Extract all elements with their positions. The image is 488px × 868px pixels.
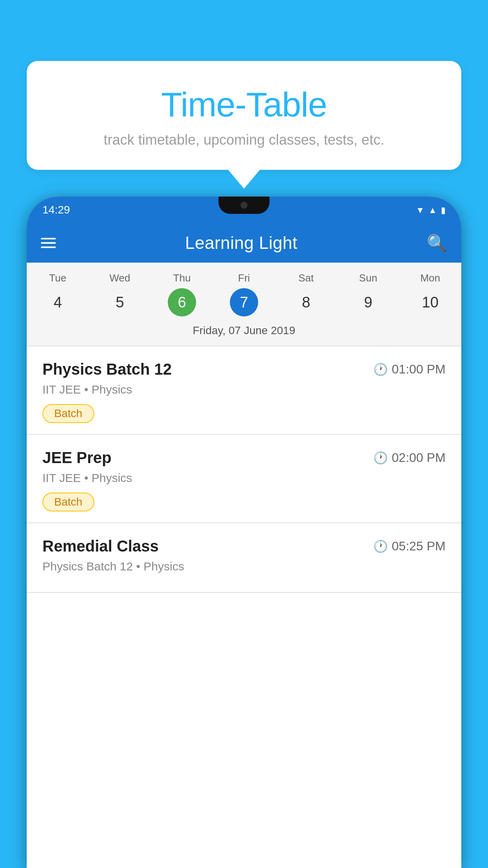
schedule-item-title: Remedial Class <box>42 537 159 555</box>
wifi-icon <box>416 204 424 215</box>
schedule-item-time: 🕐 02:00 PM <box>373 451 446 465</box>
calendar-day-col[interactable]: Sat8 <box>275 272 337 316</box>
day-number: 4 <box>44 288 72 316</box>
day-number: 6 <box>168 288 196 316</box>
clock-icon: 🕐 <box>373 451 388 465</box>
calendar-day-col[interactable]: Sun9 <box>337 272 399 316</box>
notch <box>218 197 270 214</box>
day-name: Wed <box>110 272 130 284</box>
calendar-day-col[interactable]: Tue4 <box>27 272 89 316</box>
calendar-days-row: Tue4Wed5Thu6Fri7Sat8Sun9Mon10 <box>27 263 461 320</box>
schedule-item-header: JEE Prep🕐 02:00 PM <box>42 449 446 467</box>
schedule-item-title: Physics Batch 12 <box>42 360 172 378</box>
schedule-item-time: 🕐 05:25 PM <box>373 539 446 554</box>
app-header: Learning Light 🔍 <box>27 223 461 263</box>
schedule-item-header: Remedial Class🕐 05:25 PM <box>42 537 446 555</box>
batch-badge: Batch <box>42 404 94 423</box>
day-number: 10 <box>416 288 444 316</box>
phone-frame: 14:29 Learning Light 🔍 Tue4Wed5Thu6Fr <box>27 197 461 868</box>
schedule-item-subtitle: IIT JEE • Physics <box>42 383 446 396</box>
calendar-day-col[interactable]: Fri7 <box>213 272 275 316</box>
status-bar: 14:29 <box>27 197 461 223</box>
tooltip-title: Time-Table <box>50 85 438 125</box>
schedule-item-subtitle: Physics Batch 12 • Physics <box>42 560 446 573</box>
schedule-list: Physics Batch 12🕐 01:00 PMIIT JEE • Phys… <box>27 346 461 593</box>
day-number: 5 <box>106 288 134 316</box>
schedule-item-subtitle: IIT JEE • Physics <box>42 471 446 485</box>
phone-screen: 14:29 Learning Light 🔍 Tue4Wed5Thu6Fr <box>27 197 461 868</box>
schedule-item[interactable]: JEE Prep🕐 02:00 PMIIT JEE • PhysicsBatch <box>27 435 461 523</box>
schedule-item[interactable]: Remedial Class🕐 05:25 PMPhysics Batch 12… <box>27 523 461 593</box>
schedule-item[interactable]: Physics Batch 12🕐 01:00 PMIIT JEE • Phys… <box>27 346 461 435</box>
day-number: 7 <box>230 288 258 316</box>
status-time: 14:29 <box>42 204 70 216</box>
tooltip-card: Time-Table track timetable, upcoming cla… <box>27 61 461 170</box>
clock-icon: 🕐 <box>373 362 388 376</box>
clock-icon: 🕐 <box>373 539 388 553</box>
day-number: 9 <box>354 288 382 316</box>
status-icons <box>416 204 446 215</box>
app-title: Learning Light <box>185 233 297 253</box>
battery-icon <box>441 204 446 215</box>
day-name: Tue <box>49 272 66 284</box>
day-name: Sat <box>298 272 314 284</box>
day-number: 8 <box>292 288 320 316</box>
day-name: Thu <box>173 272 191 284</box>
day-name: Mon <box>420 272 440 284</box>
calendar-day-col[interactable]: Thu6 <box>151 272 213 316</box>
hamburger-menu-icon[interactable] <box>41 238 56 248</box>
calendar-day-col[interactable]: Mon10 <box>399 272 461 316</box>
signal-icon <box>428 204 437 215</box>
camera-dot <box>240 202 248 209</box>
day-name: Sun <box>359 272 377 284</box>
calendar: Tue4Wed5Thu6Fri7Sat8Sun9Mon10 Friday, 07… <box>27 263 461 346</box>
calendar-date-label: Friday, 07 June 2019 <box>27 320 461 346</box>
calendar-day-col[interactable]: Wed5 <box>89 272 151 316</box>
day-name: Fri <box>238 272 250 284</box>
tooltip-subtitle: track timetable, upcoming classes, tests… <box>50 132 438 148</box>
batch-badge: Batch <box>42 493 94 511</box>
schedule-item-header: Physics Batch 12🕐 01:00 PM <box>42 360 446 378</box>
search-icon[interactable]: 🔍 <box>427 234 447 253</box>
schedule-item-title: JEE Prep <box>42 449 112 467</box>
schedule-item-time: 🕐 01:00 PM <box>373 362 446 377</box>
